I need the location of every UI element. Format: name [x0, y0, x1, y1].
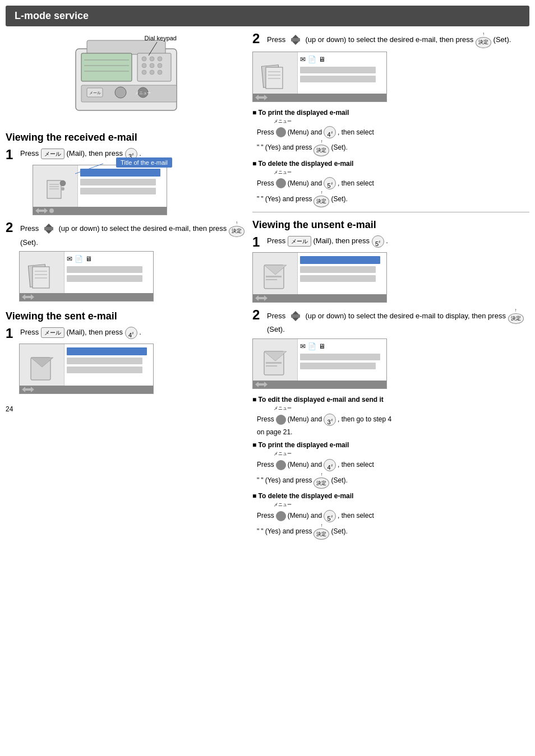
- screen-bottom-bar: [33, 207, 167, 215]
- num3-b3[interactable]: 3♯: [324, 414, 336, 426]
- set-text-right: (Set).: [494, 35, 511, 44]
- menu-btn-b5[interactable]: [276, 511, 286, 521]
- scr-u2-line2: [300, 363, 376, 369]
- set-b5[interactable]: ↑ 決定: [313, 523, 329, 540]
- bullet-delete-unsent: To delete the displayed e-mail メニュー Pres…: [252, 492, 529, 540]
- svg-point-7: [142, 57, 146, 61]
- screen-dot: [49, 208, 54, 213]
- mon-icon-r: 🖥: [319, 55, 325, 63]
- menu-btn-b3[interactable]: [276, 415, 286, 425]
- svg-point-12: [158, 63, 162, 68]
- press-u1: Press: [267, 236, 288, 245]
- set-text-b1: (Set).: [331, 142, 347, 153]
- step2-right-mid: (up or down) to select the desired e-mai…: [305, 35, 475, 44]
- svg-rect-54: [266, 276, 282, 277]
- svg-marker-64: [255, 382, 268, 387]
- menu-label-top-3: メニュー: [274, 405, 292, 412]
- scr-u2-bottom: [253, 381, 386, 388]
- quote-b2: ": [257, 194, 259, 205]
- step2-unsent-mid: (up or down) to select the desired e-mai…: [305, 312, 508, 320]
- svg-rect-47: [266, 67, 283, 89]
- menu-btn-b2[interactable]: [276, 178, 286, 188]
- svg-rect-33: [44, 227, 53, 230]
- svg-point-14: [150, 70, 154, 75]
- num5-b2[interactable]: 5♯: [324, 177, 336, 189]
- menu-btn-b1[interactable]: [276, 127, 286, 137]
- set-text-unsent-2: (Set).: [267, 325, 285, 333]
- svg-rect-2: [81, 53, 132, 81]
- then-b3: , then go to step 4: [338, 414, 391, 425]
- step1-unsent-text: Press メール (Mail), then press 5♯ .: [267, 235, 529, 248]
- screen-line-1: [67, 266, 142, 273]
- screen-u1-blue: [300, 256, 380, 264]
- mail-btn-unsent[interactable]: メール: [288, 236, 311, 247]
- screen-sent-1: [19, 344, 154, 394]
- svg-rect-59: [291, 314, 300, 318]
- bullet-print-unsent-title: To print the displayed e-mail: [252, 441, 529, 449]
- mail-button-icon[interactable]: メール: [41, 149, 64, 159]
- page-title: L-mode service: [15, 10, 89, 21]
- step-number-2: 2: [6, 221, 17, 234]
- set-b4[interactable]: ↑ 決定: [313, 472, 329, 489]
- envelope-icon: ✉: [67, 255, 72, 263]
- step2-unsent: 2 Press (up or down) to select the desir…: [252, 308, 529, 335]
- then-b1: , then select: [338, 127, 374, 138]
- screen-line-2: [67, 275, 142, 282]
- set-b1[interactable]: ↑ 決定: [313, 140, 329, 156]
- section-title-unsent: Viewing the unsent e-mail: [252, 219, 529, 231]
- step1-unsent: 1 Press メール (Mail), then press 5♯ .: [252, 235, 529, 249]
- set-button-inline[interactable]: ↑ 決定: [229, 221, 245, 237]
- step2-set-text: (Set).: [20, 238, 38, 247]
- set-unsent-2[interactable]: ↑ 決定: [508, 308, 524, 324]
- then-b4: , then select: [338, 460, 374, 470]
- svg-rect-35: [33, 267, 49, 288]
- menu-btn-b4[interactable]: [276, 460, 286, 470]
- press-label-2: Press: [20, 224, 39, 233]
- page-ref-b3: on page 21.: [257, 428, 292, 436]
- screen-sent-line-1: [67, 358, 142, 364]
- doc-icon: 📄: [75, 255, 83, 263]
- period: .: [139, 149, 141, 157]
- quote-b4: ": [257, 475, 259, 486]
- press-u2: Press: [267, 312, 288, 320]
- set-btn-right[interactable]: ↑ 決定: [476, 32, 491, 48]
- bullet-delete-title: To delete the displayed e-mail: [252, 160, 529, 168]
- bullet-print-title: To print the displayed e-mail: [252, 109, 529, 117]
- step2-received-right: 2 Press (up or down) to select the desir…: [252, 32, 529, 102]
- arrow-icon-unsent: [288, 310, 303, 322]
- dial-keypad-label: Dial keypad: [145, 35, 177, 41]
- screen-unsent-1: [252, 252, 387, 303]
- screen-right-step2: ✉ 📄 🖥: [252, 52, 387, 102]
- then-b5: , then select: [338, 511, 374, 521]
- step2-right-text: Press (up or down) to select the desired…: [267, 32, 529, 48]
- svg-point-11: [150, 63, 154, 68]
- section-title-sent: Viewing the sent e-mail: [6, 310, 247, 322]
- svg-marker-51: [255, 95, 268, 100]
- num4-b4[interactable]: 4♯: [324, 459, 336, 471]
- num5-unsent[interactable]: 5♯: [372, 235, 384, 248]
- press-b4: Press: [257, 460, 274, 470]
- mail-btn-sent[interactable]: メール: [41, 327, 64, 338]
- mail-text: (Mail), then press: [66, 149, 124, 157]
- right-column: 2 Press (up or down) to select the desir…: [252, 32, 529, 543]
- page-number: 24: [6, 405, 247, 413]
- screen-u1-line1: [300, 266, 376, 273]
- callout-line: [75, 168, 109, 179]
- screen-received-1: Title of the e-mail: [33, 165, 167, 215]
- quote-end-b4: " (Yes) and press: [261, 475, 312, 486]
- bullet-print-received: To print the displayed e-mail メニュー Press…: [252, 109, 529, 156]
- menu-label-top-2: メニュー: [274, 169, 292, 177]
- mon-icon-u2: 🖥: [319, 342, 325, 350]
- scr-r2-line2: [300, 76, 376, 82]
- step1-sent-text: Press メール (Mail), then press 4♯ .: [20, 327, 247, 339]
- num5-b5[interactable]: 5♯: [324, 510, 336, 522]
- num4-button[interactable]: 4♯: [125, 327, 137, 339]
- screen-unsent-2: ✉ 📄 🖥: [252, 338, 387, 389]
- scr-u2-line1: [300, 354, 380, 360]
- svg-marker-42: [22, 387, 34, 392]
- num4-b1[interactable]: 4♯: [324, 126, 336, 138]
- quote-b5: ": [257, 526, 259, 537]
- screen-icons-row: ✉ 📄 🖥: [67, 255, 151, 263]
- set-b2[interactable]: ↑ 決定: [313, 191, 329, 207]
- bullet-print-unsent: To print the displayed e-mail メニュー Press…: [252, 441, 529, 489]
